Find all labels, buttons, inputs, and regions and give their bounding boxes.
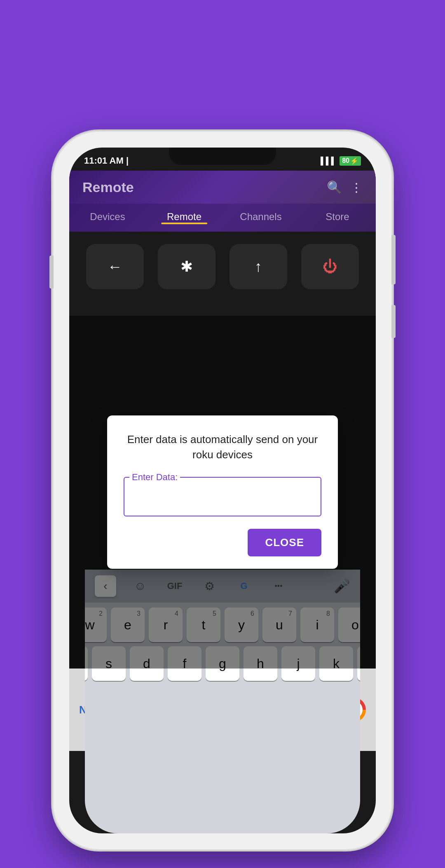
dialog-input[interactable] [130,484,314,509]
status-icons: ▌▌▌ 80 ⚡ [321,156,361,166]
volume-down-button [391,305,396,338]
notch [169,148,276,165]
tab-devices[interactable]: Devices [69,211,146,224]
volume-button [49,256,54,289]
back-button[interactable]: ← [86,244,144,289]
dialog-input-label: Enter Data: [129,472,180,483]
app-header: Remote 🔍 ⋮ [69,171,376,204]
dialog-input-wrapper: Enter Data: [124,477,321,516]
dialog-message: Enter data is automatically send on your… [124,432,321,462]
power-button [391,235,396,284]
close-button[interactable]: CLOSE [248,529,321,556]
dialog-actions: CLOSE [124,529,321,556]
app-header-icons: 🔍 ⋮ [327,180,363,195]
phone-screen: 11:01 AM | ▌▌▌ 80 ⚡ Remote 🔍 ⋮ Devices [69,148,376,833]
tab-remote[interactable]: Remote [146,211,222,224]
up-button[interactable]: ↑ [230,244,287,289]
tab-bar: Devices Remote Channels Store [69,204,376,232]
signal-icon: ▌▌▌ [321,157,336,165]
dialog-box: Enter data is automatically send on your… [107,415,338,569]
app-header-title: Remote [82,179,327,195]
tab-channels[interactable]: Channels [222,211,299,224]
battery-icon: 80 ⚡ [340,156,361,166]
tab-store[interactable]: Store [299,211,376,224]
search-icon[interactable]: 🔍 [327,180,342,195]
remote-top-row: ← ✱ ↑ ⏻ [69,232,376,289]
phone-mockup: 11:01 AM | ▌▌▌ 80 ⚡ Remote 🔍 ⋮ Devices [54,132,391,849]
power-button-remote[interactable]: ⏻ [301,244,359,289]
more-icon[interactable]: ⋮ [350,180,363,195]
dialog-overlay: Enter data is automatically send on your… [69,316,376,669]
home-button[interactable]: ✱ [158,244,215,289]
status-time: 11:01 AM | [84,155,129,166]
